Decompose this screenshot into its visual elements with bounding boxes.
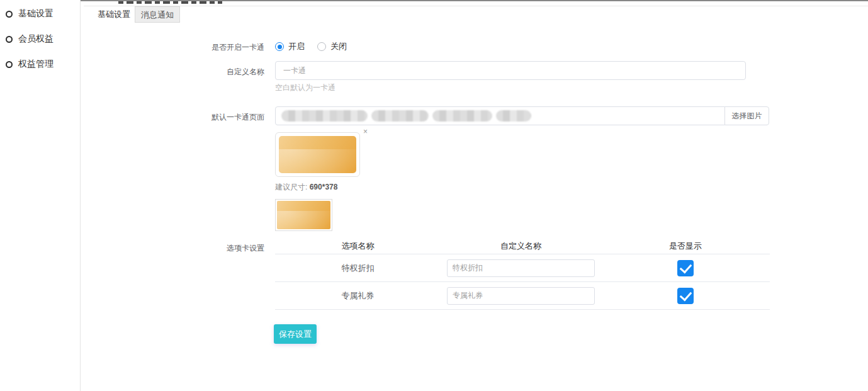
radio-on-icon (275, 42, 284, 51)
radio-on-label: 开启 (288, 41, 305, 52)
card-image-preview[interactable] (275, 132, 360, 177)
circle-icon (6, 36, 13, 43)
radio-off[interactable]: 关闭 (317, 41, 347, 52)
column-header-custom-name: 自定义名称 (441, 241, 601, 252)
column-header-visible: 是否显示 (601, 241, 770, 252)
option-custom-name-input[interactable] (447, 287, 595, 305)
card-image-thumbnail[interactable] (275, 199, 332, 231)
sidebar-item-member-benefits[interactable]: 会员权益 (6, 33, 54, 45)
default-page-label: 默认一卡通页面 (151, 112, 264, 123)
options-table: 选项名称 自定义名称 是否显示 特权折扣 专属礼券 (275, 238, 770, 310)
save-button[interactable]: 保存设置 (274, 324, 317, 344)
card-image (279, 136, 356, 173)
radio-off-label: 关闭 (330, 41, 347, 52)
option-name: 专属礼券 (275, 290, 441, 302)
tab-settings-label: 选项卡设置 (151, 243, 264, 254)
sidebar-item-benefits-management[interactable]: 权益管理 (6, 59, 54, 70)
circle-icon (6, 61, 13, 68)
sidebar-item-label: 基础设置 (18, 8, 54, 20)
tabbar-border (84, 6, 868, 6)
sidebar-item-label: 权益管理 (18, 59, 54, 70)
column-header-option-name: 选项名称 (275, 241, 441, 252)
sidebar-item-basic-settings[interactable]: 基础设置 (6, 8, 54, 20)
close-icon[interactable]: × (363, 128, 368, 135)
sidebar-divider (80, 0, 81, 391)
custom-name-label: 自定义名称 (151, 67, 264, 77)
radio-on[interactable]: 开启 (275, 41, 305, 52)
default-page-input[interactable] (275, 106, 725, 125)
circle-icon (6, 11, 13, 18)
table-row: 专属礼券 (275, 282, 770, 310)
enable-label: 是否开启一卡通 (151, 42, 264, 53)
enable-radio-group: 开启 关闭 (275, 41, 347, 52)
option-name: 特权折扣 (275, 263, 441, 274)
visible-checkbox[interactable] (677, 260, 694, 276)
size-hint-value: 690*378 (310, 183, 338, 191)
clipped-text-fragments (118, 1, 222, 4)
size-hint-label: 建议尺寸: (275, 183, 307, 191)
radio-off-icon (317, 42, 326, 51)
size-hint: 建议尺寸: 690*378 (275, 182, 337, 193)
sidebar: 基础设置 会员权益 权益管理 (0, 0, 80, 391)
custom-name-hint: 空白默认为一卡通 (275, 82, 335, 93)
tab-message-notify[interactable]: 消息通知 (135, 6, 180, 23)
visible-checkbox[interactable] (677, 288, 694, 304)
tab-basic-settings[interactable]: 基础设置 (93, 6, 135, 23)
table-header-row: 选项名称 自定义名称 是否显示 (275, 238, 770, 254)
custom-name-input[interactable] (275, 61, 746, 80)
option-custom-name-input[interactable] (447, 259, 595, 277)
page: 基础设置 会员权益 权益管理 基础设置 消息通知 是否开启一卡通 开启 关闭 自… (0, 0, 868, 391)
card-image-small (277, 201, 330, 229)
select-image-button[interactable]: 选择图片 (724, 106, 769, 125)
table-row: 特权折扣 (275, 254, 770, 282)
sidebar-item-label: 会员权益 (18, 33, 54, 45)
